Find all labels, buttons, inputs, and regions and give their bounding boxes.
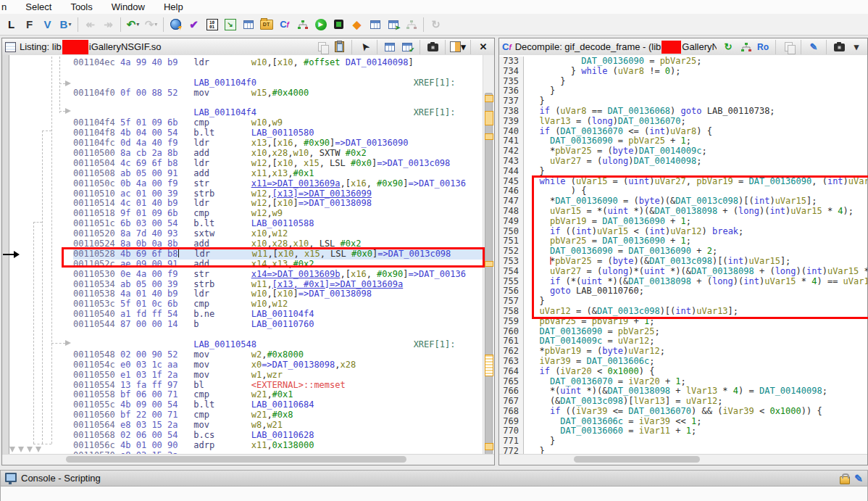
redo-icon[interactable]: ↷▾ xyxy=(142,16,160,33)
world-program-icon[interactable] xyxy=(167,16,185,33)
scrollbar-thumb[interactable] xyxy=(574,456,700,463)
symbol-table-icon[interactable] xyxy=(366,16,384,33)
decompile-line[interactable]: 757 } xyxy=(499,297,867,307)
memory-map-icon[interactable] xyxy=(239,16,257,33)
listing-blank-line[interactable] xyxy=(73,330,483,340)
snapshot-icon[interactable] xyxy=(831,40,847,54)
export-program-icon[interactable]: ↘ xyxy=(221,16,239,33)
listing-instruction-line[interactable]: 0011056c 4b 01 00 90 adrp x11,0x138000 xyxy=(73,441,483,451)
scrollbar-thumb[interactable] xyxy=(66,456,406,463)
lock-icon[interactable] xyxy=(840,476,850,484)
decompile-code[interactable]: 733 DAT_00136090 = pbVar25;734 } while (… xyxy=(499,55,867,455)
listing-instruction-line[interactable]: 001104ec 4a 99 40 b9 ldr w10,[x10, #offs… xyxy=(73,58,483,68)
markup-letter-v-icon[interactable]: V xyxy=(38,16,57,33)
listing-code[interactable]: 001104ec 4a 99 40 b9 ldr w10,[x10, #offs… xyxy=(73,55,483,455)
decompile-line[interactable]: 745 while (uVar15 = (uint)uVar27, pbVar1… xyxy=(499,177,867,187)
memory-chip-icon[interactable] xyxy=(330,16,348,33)
call-tree-icon[interactable] xyxy=(293,16,312,33)
decompile-line[interactable]: 735 } xyxy=(499,77,867,87)
edit-icon[interactable]: ✎ xyxy=(854,473,863,484)
listing-label-line[interactable]: LAB_001104f0 XREF[1]: xyxy=(73,78,483,88)
decompile-line[interactable]: 747 *DAT_00136090 = (byte)(&DAT_0013c098… xyxy=(499,196,867,207)
listing-instruction-line[interactable]: 00110568 02 06 00 54 b.cs LAB_00110628 xyxy=(73,431,483,441)
decompiler-cf-icon[interactable]: Cf xyxy=(275,16,293,33)
listing-instruction-line[interactable]: 0011053c 5f 01 0c 6b cmp w10,w12 xyxy=(73,299,483,310)
menu-item-tools[interactable]: Tools xyxy=(61,1,101,12)
cursor-tool-icon[interactable]: ➤ xyxy=(356,40,372,54)
paste-icon[interactable] xyxy=(331,40,347,54)
listing-instruction-line[interactable]: 00110564 e8 03 15 2a mov w8,w21 xyxy=(73,421,483,431)
decompile-line[interactable]: 736 } xyxy=(499,86,867,96)
scrollbar-thumb[interactable] xyxy=(485,93,493,455)
decompile-line[interactable]: 739 lVar13 = (long)DAT_00136070; xyxy=(499,117,867,127)
decompile-line[interactable]: 749 pbVar19 = DAT_00136090 + 1; xyxy=(499,217,867,227)
decompile-line[interactable]: 755 if (*(uint *)(&DAT_00138098 + (long)… xyxy=(499,277,867,287)
menu-item-help[interactable]: Help xyxy=(154,1,193,12)
decompile-line[interactable]: 754 uVar27 = (ulong)*(uint *)(&DAT_00138… xyxy=(499,267,867,277)
listing-instruction-line[interactable]: 00110544 87 00 00 14 b LAB_00110760 xyxy=(73,320,483,330)
listing-instruction-line[interactable]: 00110524 8a 0b 0a 8b add x10,x28,x10, LS… xyxy=(73,239,483,249)
nav-next-icon[interactable]: ↠ xyxy=(99,16,117,33)
listing-instruction-line[interactable]: 00110504 4c 69 6f b8 ldr w12,[x10, x15, … xyxy=(73,159,483,169)
listing-instruction-line[interactable]: 00110520 8a 7d 40 93 sxtw x10,w12 xyxy=(73,229,483,239)
decompile-line[interactable]: 743 uVar27 = (ulong)DAT_00140098; xyxy=(499,157,867,167)
listing-instruction-line[interactable]: 00110538 4a 01 40 b9 ldr w10,[x10]=>DAT_… xyxy=(73,289,483,299)
listing-label-line[interactable]: LAB_00110548 XREF[1]: xyxy=(73,340,483,350)
markup-letter-l-icon[interactable]: L xyxy=(2,16,20,33)
decompile-line[interactable]: 763 iVar39 = DAT_0013606c; xyxy=(499,357,867,367)
listing-instruction-line[interactable]: 00110514 4c 01 40 b9 ldr w12,[x10]=>DAT_… xyxy=(73,199,483,209)
decompile-line[interactable]: 744 } xyxy=(499,167,867,177)
copy-icon[interactable] xyxy=(780,40,796,54)
decompile-line[interactable]: 756 goto LAB_00110760; xyxy=(499,286,867,297)
menu-item-n[interactable]: n xyxy=(0,1,16,12)
listing-vertical-scrollbar[interactable] xyxy=(483,55,494,455)
decompile-line[interactable]: 734 } while (uVar8 != 0); xyxy=(499,67,867,77)
listing-instruction-line[interactable]: 00110510 ac 01 00 39 strb w12,[x13]=>DAT… xyxy=(73,189,483,199)
decompile-line[interactable]: 769 DAT_0013606c = iVar39 << 1; xyxy=(499,417,867,427)
symbol-references-icon[interactable]: ➤ xyxy=(384,16,402,33)
decompile-line[interactable]: 742 *pbVar25 = (byte)DAT_0014009c; xyxy=(499,146,867,157)
decompile-line[interactable]: 765 DAT_00136070 = iVar20 + 1; xyxy=(499,377,867,387)
decompile-line[interactable]: 760 DAT_00136090 = pbVar25; xyxy=(499,327,867,337)
listing-horizontal-scrollbar[interactable] xyxy=(2,454,494,465)
listing-instruction-line[interactable]: 001104f0 0f 00 88 52 mov w15,#0x4000 xyxy=(73,88,483,99)
data-type-manager-icon[interactable]: DT xyxy=(257,16,275,33)
decompile-line[interactable]: 746 ) { xyxy=(499,186,867,196)
rondo-icon[interactable]: Ro xyxy=(755,40,771,54)
menu-item-select[interactable]: Select xyxy=(16,1,61,12)
decompile-line[interactable]: 733 DAT_00136090 = pbVar25; xyxy=(499,57,867,67)
bookmark-marker[interactable] xyxy=(485,133,493,140)
decompile-line[interactable]: 751 pbVar25 = DAT_00136090 + 1; xyxy=(499,236,867,247)
bookmark-marker[interactable] xyxy=(485,111,493,125)
snapshot-icon[interactable] xyxy=(425,40,441,54)
decompile-line[interactable]: 761 DAT_0014009c = uVar12; xyxy=(499,336,867,347)
listing-instruction-line[interactable]: 0011054c e0 03 1c aa mov x0=>DAT_0013809… xyxy=(73,360,483,370)
decompile-line[interactable]: 767 (&DAT_0013c098)[lVar13] = uVar12; xyxy=(499,397,867,407)
listing-instruction-line[interactable]: 00110554 13 fa ff 97 bl <EXTERNAL>::mems… xyxy=(73,381,483,391)
listing-blank-line[interactable] xyxy=(73,99,483,109)
decompile-line[interactable]: 764 if (iVar20 < 0x1000) { xyxy=(499,367,867,377)
listing-instruction-line[interactable]: 00110500 8a cb 2a 8b add x10,x28,w10, SX… xyxy=(73,149,483,159)
edit-icon[interactable]: ✎ xyxy=(806,40,822,54)
listing-instruction-line[interactable]: 0011052c ae 09 00 91 add x14,x13,#0x2 xyxy=(73,260,483,270)
assumed-registers-icon[interactable]: ↻ xyxy=(427,16,445,33)
byte-viewer-icon[interactable]: 1001 xyxy=(203,16,221,33)
decompile-line[interactable]: 741 DAT_00136090 = pbVar25 + 1; xyxy=(499,136,867,146)
decompile-line[interactable]: 762 *pbVar19 = (byte)uVar12; xyxy=(499,347,867,357)
run-script-icon[interactable]: ▶ xyxy=(312,16,330,33)
decompile-line[interactable]: 750 if ((int)uVar15 < (int)uVar12) break… xyxy=(499,227,867,237)
menu-item-window[interactable]: Window xyxy=(102,1,154,12)
bookmark-marker[interactable] xyxy=(485,355,493,376)
listing-instruction-line[interactable]: 00110528 4b 69 6f b8 ldr w11,[x10, x15, … xyxy=(73,249,483,260)
copy-icon[interactable] xyxy=(314,40,330,54)
close-icon[interactable]: ✕ xyxy=(475,40,491,54)
listing-instruction-line[interactable]: 00110540 a1 fd ff 54 b.ne LAB_001104f4 xyxy=(73,310,483,320)
listing-label-line[interactable]: LAB_001104f4 XREF[1]: xyxy=(73,108,483,118)
decompile-line[interactable]: 748 uVar15 = *(uint *)(&DAT_00138098 + (… xyxy=(499,207,867,217)
decompile-line[interactable]: 752 DAT_00136090 = DAT_00136090 + 2; xyxy=(499,247,867,257)
listing-instruction-line[interactable]: 00110558 bf 06 00 71 cmp w21,#0x1 xyxy=(73,390,483,400)
listing-instruction-line[interactable]: 0011050c 0b 4a 00 f9 str x11=>DAT_001360… xyxy=(73,179,483,189)
listing-instruction-line[interactable]: 0011051c 6b 03 00 54 b.lt LAB_00110588 xyxy=(73,219,483,229)
listing-instruction-line[interactable]: 001104f8 4b 04 00 54 b.lt LAB_00110580 xyxy=(73,128,483,138)
symbol-diamond-icon[interactable]: ◆ xyxy=(348,16,366,33)
